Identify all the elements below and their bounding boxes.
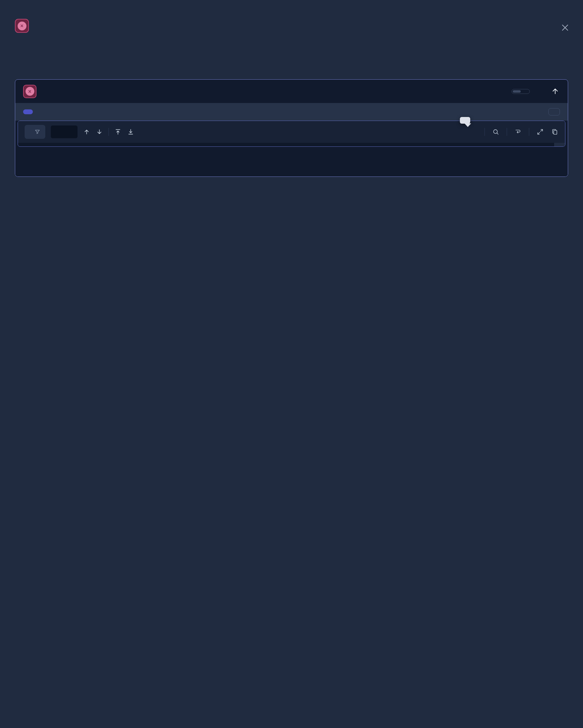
general-logs-button[interactable] xyxy=(548,108,560,115)
run-details-page xyxy=(0,0,583,728)
scroll-to-top-icon[interactable] xyxy=(114,128,122,135)
paused-tooltip xyxy=(460,117,470,124)
toolbar-divider xyxy=(507,128,507,136)
scroll-to-bottom-icon[interactable] xyxy=(127,128,134,135)
next-match-arrow-down-icon[interactable] xyxy=(96,128,103,135)
log-body xyxy=(18,143,565,147)
expand-icon[interactable] xyxy=(536,128,544,135)
card-bottom-space xyxy=(15,150,568,177)
close-icon[interactable] xyxy=(560,23,569,32)
copy-icon[interactable] xyxy=(551,128,558,135)
keyword-filter-input[interactable] xyxy=(25,125,45,139)
step-status-failed-icon xyxy=(23,85,36,98)
log-scroll-strip xyxy=(554,143,565,147)
log-lines xyxy=(18,143,554,147)
run-status-failed-icon xyxy=(15,19,29,33)
toolbar-divider xyxy=(529,128,529,136)
x-icon xyxy=(26,87,34,96)
resources-badge xyxy=(512,89,530,94)
step-card-run-test xyxy=(15,79,568,177)
collapse-arrow-up-icon[interactable] xyxy=(551,87,559,96)
x-icon xyxy=(18,22,26,30)
worker-4-expanded xyxy=(15,121,568,147)
resources-count xyxy=(513,90,521,93)
toolbar-divider xyxy=(108,128,109,136)
filter-icon xyxy=(34,129,41,135)
match-counter xyxy=(51,126,77,138)
prev-match-arrow-up-icon[interactable] xyxy=(83,128,90,135)
tooltip-pointer xyxy=(464,123,471,127)
page-header xyxy=(0,0,583,33)
search-icon[interactable] xyxy=(492,128,500,135)
toolbar-divider xyxy=(484,128,485,136)
steps-list xyxy=(0,79,583,177)
run-test-header[interactable] xyxy=(15,80,568,103)
wrap-lines-icon[interactable] xyxy=(514,128,522,135)
log-toolbar xyxy=(18,121,565,143)
workers-tag[interactable] xyxy=(23,109,33,114)
log-viewer xyxy=(18,121,565,147)
workers-toolbar xyxy=(15,103,568,121)
